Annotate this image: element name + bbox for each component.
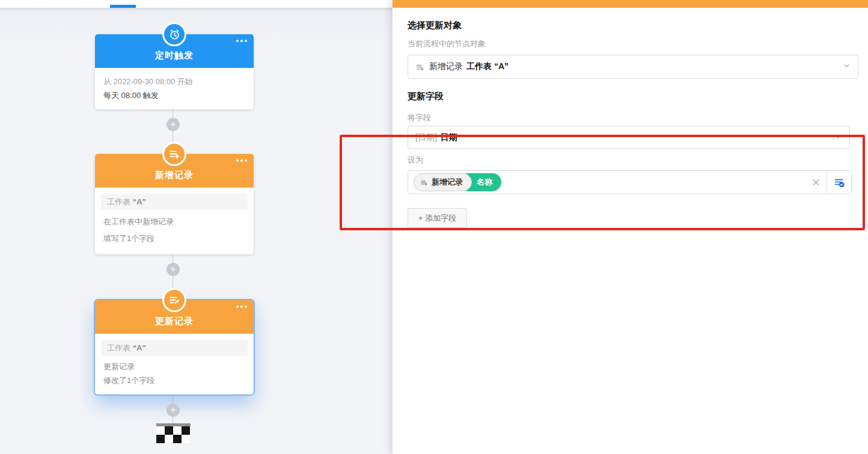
alarm-clock-icon bbox=[162, 22, 186, 46]
node-body: 工作表 “A” 更新记录 修改了1个字段 bbox=[95, 334, 254, 394]
node-more-menu-icon[interactable] bbox=[236, 40, 247, 42]
worksheet-badge: 工作表 “A” bbox=[101, 340, 248, 356]
workflow-editor: 定时触发 从 2022-09-30 08:00 开始 每天 08:00 触发 +… bbox=[0, 0, 868, 454]
set-to-label: 设为 bbox=[408, 155, 423, 165]
tag-source-node: 新增记录 bbox=[432, 177, 463, 188]
add-node-button[interactable]: + bbox=[167, 403, 180, 417]
playlist-edit-icon bbox=[162, 288, 186, 312]
set-value-input[interactable]: 新增记录 名称 bbox=[408, 170, 852, 194]
add-node-button[interactable]: + bbox=[167, 263, 180, 276]
trigger-schedule-text: 每天 08:00 触发 bbox=[103, 88, 245, 102]
dynamic-value-tag: 新增记录 名称 bbox=[414, 173, 501, 191]
node-timer-trigger[interactable]: 定时触发 从 2022-09-30 08:00 开始 每天 08:00 触发 bbox=[95, 34, 254, 109]
node-body: 从 2022-09-30 08:00 开始 每天 08:00 触发 bbox=[95, 68, 254, 109]
field-select[interactable]: [日期]日期 bbox=[408, 126, 850, 149]
config-drawer: 选择更新对象 当前流程中的节点对象 新增记录工作表 “A” 更新字段 将字段 [… bbox=[393, 0, 868, 454]
section-title-update-fields: 更新字段 bbox=[408, 91, 444, 102]
node-desc-line: 填写了1个字段 bbox=[103, 230, 245, 247]
node-title: 新增记录 bbox=[155, 170, 194, 181]
node-more-menu-icon[interactable] bbox=[236, 305, 247, 308]
playlist-add-icon bbox=[162, 142, 186, 166]
node-desc-line: 更新记录 bbox=[103, 360, 245, 373]
node-object-label: 当前流程中的节点对象 bbox=[408, 38, 486, 49]
node-body: 工作表 “A” 在工作表中新增记录 填写了1个字段 bbox=[95, 188, 254, 254]
field-type-text: [日期] bbox=[415, 132, 437, 142]
node-desc-line: 修改了1个字段 bbox=[103, 373, 245, 387]
add-node-button[interactable]: + bbox=[167, 118, 180, 131]
node-title: 定时触发 bbox=[155, 50, 194, 61]
field-select-label: 将字段 bbox=[408, 112, 431, 123]
dynamic-source-button[interactable] bbox=[827, 171, 851, 194]
node-header: 定时触发 bbox=[95, 34, 254, 68]
worksheet-badge: 工作表 “A” bbox=[101, 194, 248, 210]
drawer-accent-bar bbox=[393, 0, 868, 8]
node-update-record[interactable]: 更新记录 工作表 “A” 更新记录 修改了1个字段 bbox=[95, 300, 254, 394]
active-tab-indicator bbox=[110, 5, 136, 8]
clear-value-icon[interactable] bbox=[811, 177, 821, 188]
section-title-select-object: 选择更新对象 bbox=[408, 20, 462, 31]
end-flag-icon bbox=[156, 423, 191, 443]
node-more-menu-icon[interactable] bbox=[236, 159, 247, 162]
chevron-down-icon bbox=[834, 132, 842, 143]
node-title: 更新记录 bbox=[155, 316, 194, 327]
node-object-value: 新增记录 bbox=[429, 61, 463, 71]
playlist-add-icon bbox=[420, 179, 428, 186]
node-header: 新增记录 bbox=[95, 154, 254, 188]
add-field-button[interactable]: + 添加字段 bbox=[408, 208, 467, 228]
node-desc-line: 在工作表中新增记录 bbox=[103, 213, 245, 230]
chevron-down-icon bbox=[843, 61, 851, 72]
node-header: 更新记录 bbox=[95, 300, 254, 334]
node-add-record[interactable]: 新增记录 工作表 “A” 在工作表中新增记录 填写了1个字段 bbox=[95, 154, 254, 254]
node-object-select[interactable]: 新增记录工作表 “A” bbox=[408, 55, 858, 79]
top-tab-strip bbox=[0, 0, 397, 8]
trigger-start-text: 从 2022-09-30 08:00 开始 bbox=[103, 75, 245, 88]
playlist-add-icon bbox=[415, 63, 424, 72]
